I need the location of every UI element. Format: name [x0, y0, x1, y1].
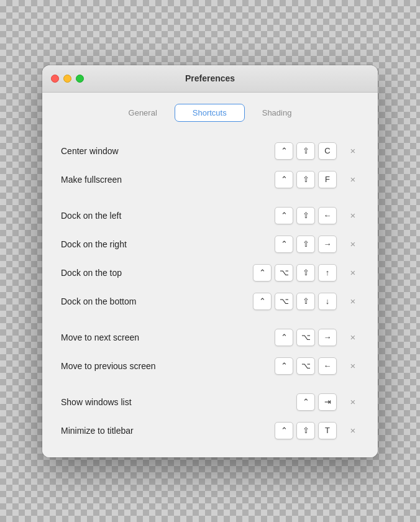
- shortcut-label-dock-right: Dock on the right: [61, 239, 275, 249]
- key-t: T: [318, 422, 337, 439]
- shortcut-label-center-window: Center window: [61, 146, 275, 156]
- shortcut-row-prev-screen: Move to previous screen ⌃ ⌥ ← ×: [61, 352, 359, 380]
- keys-dock-right: ⌃ ⇧ →: [275, 236, 337, 253]
- shortcut-label-windows-list: Show windows list: [61, 397, 296, 407]
- shortcut-row-dock-top: Dock on the top ⌃ ⌥ ⇧ ↑ ×: [61, 259, 359, 287]
- key-c: C: [318, 142, 337, 160]
- key-shift-2: ⇧: [296, 171, 315, 188]
- key-shift-5: ⇧: [296, 264, 315, 282]
- keys-prev-screen: ⌃ ⌥ ←: [275, 357, 337, 375]
- key-shift-3: ⇧: [296, 207, 315, 224]
- remove-prev-screen[interactable]: ×: [347, 360, 359, 371]
- close-button[interactable]: [51, 75, 59, 83]
- shortcut-label-next-screen: Move to next screen: [61, 332, 275, 342]
- shortcut-label-prev-screen: Move to previous screen: [61, 361, 275, 371]
- shortcut-row-center-window: Center window ⌃ ⇧ C ×: [61, 137, 359, 165]
- key-ctrl-10: ⌃: [275, 422, 293, 439]
- maximize-button[interactable]: [76, 75, 84, 83]
- key-opt-8: ⌥: [296, 357, 315, 375]
- remove-fullscreen[interactable]: ×: [347, 174, 359, 185]
- key-ctrl-7: ⌃: [275, 329, 293, 346]
- remove-center-window[interactable]: ×: [347, 145, 359, 156]
- key-shift-1: ⇧: [296, 142, 315, 160]
- keys-fullscreen: ⌃ ⇧ F: [275, 171, 337, 188]
- shortcut-row-windows-list: Show windows list ⌃ ⇥ ×: [61, 388, 359, 416]
- shortcut-row-dock-right: Dock on the right ⌃ ⇧ → ×: [61, 230, 359, 259]
- tabs-bar: General Shortcuts Shading: [42, 93, 378, 130]
- remove-next-screen[interactable]: ×: [347, 332, 359, 342]
- key-tab: ⇥: [318, 393, 337, 411]
- shortcut-row-minimize: Minimize to titlebar ⌃ ⇧ T ×: [61, 416, 359, 445]
- key-ctrl-4: ⌃: [275, 236, 293, 253]
- remove-dock-left[interactable]: ×: [347, 210, 359, 221]
- key-ctrl-9: ⌃: [296, 393, 315, 411]
- shortcut-label-dock-top: Dock on the top: [61, 268, 253, 278]
- key-ctrl-3: ⌃: [275, 207, 293, 224]
- keys-next-screen: ⌃ ⌥ →: [275, 329, 337, 346]
- shortcut-label-minimize: Minimize to titlebar: [61, 426, 275, 436]
- shortcuts-content: Center window ⌃ ⇧ C × Make fullscreen ⌃ …: [42, 130, 378, 457]
- key-shift-6: ⇧: [296, 293, 315, 310]
- minimize-button[interactable]: [63, 75, 71, 83]
- titlebar: Preferences: [42, 65, 378, 93]
- key-left-2: ←: [318, 357, 337, 375]
- key-ctrl-6: ⌃: [253, 293, 272, 310]
- keys-windows-list: ⌃ ⇥: [296, 393, 337, 411]
- key-right-2: →: [318, 329, 337, 346]
- remove-dock-bottom[interactable]: ×: [347, 296, 359, 306]
- remove-windows-list[interactable]: ×: [347, 396, 359, 407]
- key-up-arrow: ↑: [318, 264, 337, 282]
- key-opt-6: ⌥: [275, 293, 293, 310]
- window-title: Preferences: [185, 73, 235, 83]
- tab-shortcuts[interactable]: Shortcuts: [175, 104, 245, 122]
- key-ctrl-2: ⌃: [275, 171, 293, 188]
- remove-dock-top[interactable]: ×: [347, 267, 359, 278]
- key-opt-5: ⌥: [275, 264, 293, 282]
- shortcut-row-dock-left: Dock on the left ⌃ ⇧ ← ×: [61, 201, 359, 230]
- shortcut-label-dock-left: Dock on the left: [61, 211, 275, 221]
- key-ctrl-8: ⌃: [275, 357, 293, 375]
- shortcut-label-fullscreen: Make fullscreen: [61, 175, 275, 185]
- shortcut-row-fullscreen: Make fullscreen ⌃ ⇧ F ×: [61, 165, 359, 194]
- keys-dock-bottom: ⌃ ⌥ ⇧ ↓: [253, 293, 337, 310]
- keys-minimize: ⌃ ⇧ T: [275, 422, 337, 439]
- keys-center-window: ⌃ ⇧ C: [275, 142, 337, 160]
- key-f: F: [318, 171, 337, 188]
- tab-shading[interactable]: Shading: [245, 104, 309, 122]
- key-right-arrow: →: [318, 236, 337, 253]
- key-left-arrow: ←: [318, 207, 337, 224]
- tab-general[interactable]: General: [111, 104, 175, 122]
- key-ctrl-1: ⌃: [275, 142, 293, 160]
- key-ctrl-5: ⌃: [253, 264, 272, 282]
- key-opt-7: ⌥: [296, 329, 315, 346]
- remove-minimize[interactable]: ×: [347, 425, 359, 436]
- shortcut-row-next-screen: Move to next screen ⌃ ⌥ → ×: [61, 323, 359, 352]
- shortcut-label-dock-bottom: Dock on the bottom: [61, 296, 253, 306]
- keys-dock-top: ⌃ ⌥ ⇧ ↑: [253, 264, 337, 282]
- shortcut-row-dock-bottom: Dock on the bottom ⌃ ⌥ ⇧ ↓ ×: [61, 287, 359, 316]
- remove-dock-right[interactable]: ×: [347, 239, 359, 249]
- preferences-window: Preferences General Shortcuts Shading Ce…: [42, 65, 378, 457]
- key-shift-4: ⇧: [296, 236, 315, 253]
- key-shift-10: ⇧: [296, 422, 315, 439]
- key-down-arrow: ↓: [318, 293, 337, 310]
- keys-dock-left: ⌃ ⇧ ←: [275, 207, 337, 224]
- traffic-lights: [51, 75, 84, 83]
